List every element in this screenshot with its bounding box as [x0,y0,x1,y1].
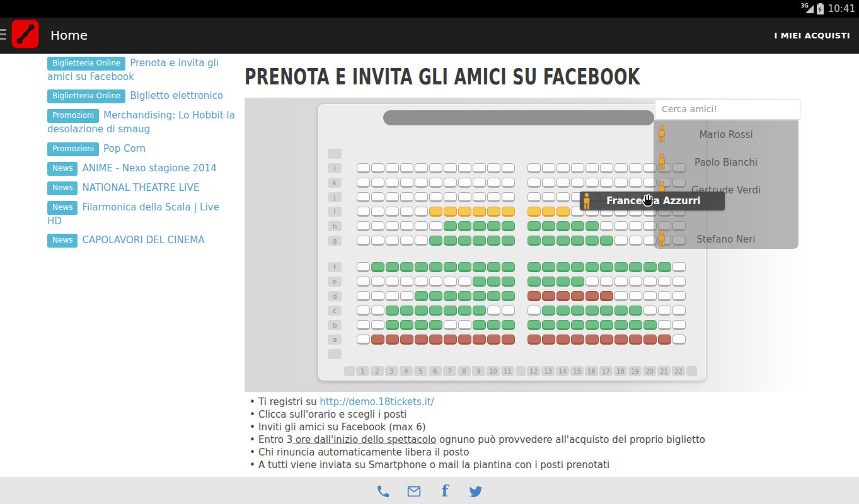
seat [614,335,628,345]
sidebar-news-link[interactable]: NewsNATIONAL THEATRE LIVE [47,181,236,195]
column-number-placeholder: · [686,366,697,376]
my-purchases-button[interactable]: I MIEI ACQUISTI [775,31,851,40]
row-label-placeholder: · [328,349,342,359]
seat [600,163,613,173]
column-number: 1 [356,366,369,376]
seat [502,207,515,217]
seat [473,236,486,246]
seat [614,306,628,316]
seat-row: k [328,178,697,188]
seat [415,291,428,301]
sidebar-news-link[interactable]: NewsANIME - Nexo stagione 2014 [47,162,236,176]
column-number: 6 [429,366,442,376]
seat [585,335,599,345]
hand-cursor-icon [640,193,656,209]
seat [386,163,399,173]
app-logo-icon[interactable] [11,20,39,49]
column-number: 2 [371,366,384,376]
seat [672,277,686,287]
seat [614,291,628,301]
seat [386,236,399,246]
seat [658,306,671,316]
seat [528,291,541,301]
seat [629,262,642,272]
seat [614,277,628,287]
sidebar-news-link[interactable]: PromozioniMerchandising: Lo Hobbit la de… [47,109,236,136]
seat [571,262,584,272]
seat [672,291,686,301]
seat [487,163,500,173]
seat [658,291,671,301]
signal-triangle-icon [805,5,814,13]
seat [386,221,399,231]
seat [458,291,471,301]
category-badge: Promozioni [47,142,99,156]
seat [502,291,515,301]
sidebar-news-link[interactable]: PromozioniPop Corn [47,142,236,156]
sidebar-news-link[interactable]: Biglietteria OnlineBiglietto elettronico [47,89,236,103]
seat [400,207,413,217]
seat [444,163,457,173]
seat [487,262,500,272]
friend-row: Paolo Bianchi [654,153,798,172]
column-number: 3 [385,366,398,376]
seat [502,178,515,188]
seat [444,320,457,330]
seat [386,291,399,301]
seat [386,320,399,330]
seat [386,335,399,345]
seat [556,335,570,345]
sidebar-news-link[interactable]: NewsFilarmonica della Scala | Live HD [47,201,236,228]
facebook-icon[interactable]: f [437,483,453,500]
seat [444,207,457,217]
seat [600,178,613,188]
column-number: 8 [458,366,471,376]
seat [542,262,555,272]
news-link-label: CAPOLAVORI DEL CINEMA [82,234,204,246]
seat [400,163,413,173]
aisle-gap [516,340,526,340]
seat [429,277,442,287]
phone-icon[interactable] [375,483,391,500]
menu-icon[interactable] [0,29,6,40]
category-badge: News [47,234,78,248]
column-number: 20 [643,366,656,376]
seat [600,335,613,345]
seat [600,262,613,272]
seat [556,163,570,173]
seat [658,262,671,272]
inline-link[interactable]: http://demo.18tickets.it/ [320,396,434,408]
seat [371,320,384,330]
instruction-item: Ti registri su http://demo.18tickets.it/ [245,396,824,408]
seat [643,320,657,330]
twitter-icon[interactable] [468,483,484,500]
mail-icon[interactable] [406,483,422,500]
seat [542,178,555,188]
seat-row: h [328,221,697,231]
seat-grid: ·lkjihgfedcba··1234567891011·12131415161… [328,149,697,376]
friend-name: Stefano Neri [654,234,798,245]
seat [556,277,570,287]
category-badge: News [47,162,78,176]
seat [386,262,399,272]
seat [542,207,555,217]
seat [473,178,486,188]
seat-row: a [328,335,697,345]
seat [658,320,671,330]
seat [672,306,686,316]
seat [400,277,413,287]
sidebar-news-link[interactable]: NewsCAPOLAVORI DEL CINEMA [47,234,236,248]
seat [371,277,384,287]
sidebar-news-link[interactable]: Biglietteria OnlinePrenota e invita gli … [47,57,236,84]
news-link-label: Pop Corn [103,143,146,154]
column-number: 19 [628,366,642,376]
seat [458,262,471,272]
seat [487,192,500,202]
seat [502,192,515,202]
seat [556,192,570,202]
seat [502,277,515,287]
column-number: 17 [599,366,613,376]
row-label: j [328,192,342,202]
seat [357,262,370,272]
instruction-text: ore dall'inizio dello spettacolo [292,434,436,445]
